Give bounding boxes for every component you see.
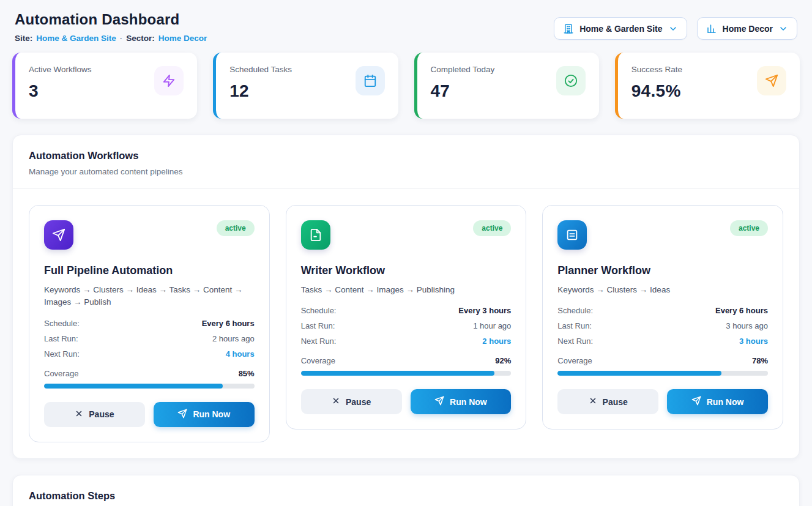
coverage-progress-bar bbox=[557, 371, 768, 376]
stat-label: Scheduled Tasks bbox=[229, 65, 292, 74]
stat-value: 47 bbox=[431, 81, 495, 101]
bar-chart-icon bbox=[706, 23, 717, 34]
header-left: Automation Dashboard Site: Home & Garden… bbox=[15, 11, 207, 43]
workflow-actions: Pause Run Now bbox=[557, 389, 768, 414]
sector-label: Sector: bbox=[126, 34, 155, 43]
stat-label: Active Workflows bbox=[29, 65, 92, 74]
lightning-icon bbox=[154, 66, 184, 95]
workflow-actions: Pause Run Now bbox=[44, 402, 255, 427]
coverage-label: Coverage bbox=[557, 356, 592, 365]
next-run-value: 2 hours bbox=[482, 337, 511, 346]
pause-button[interactable]: Pause bbox=[301, 389, 402, 414]
workflow-card-top: active bbox=[557, 220, 768, 250]
site-dropdown[interactable]: Home & Garden Site bbox=[554, 17, 687, 40]
steps-section: Automation Steps Configure which steps a… bbox=[12, 475, 800, 506]
coverage-progress-bar bbox=[44, 384, 255, 389]
stat-card-success-rate: Success Rate 94.5% bbox=[615, 53, 800, 119]
automation-dashboard-page: Automation Dashboard Site: Home & Garden… bbox=[0, 0, 812, 506]
next-run-row: Next Run: 2 hours bbox=[301, 337, 512, 346]
run-now-button-label: Run Now bbox=[193, 409, 230, 419]
coverage-progress-fill bbox=[301, 371, 494, 376]
pause-button[interactable]: Pause bbox=[44, 402, 145, 427]
coverage-row: Coverage 92% bbox=[301, 356, 512, 365]
schedule-row: Schedule: Every 3 hours bbox=[301, 306, 512, 315]
pause-button[interactable]: Pause bbox=[557, 389, 658, 414]
next-run-label: Next Run: bbox=[557, 337, 593, 346]
next-run-value: 4 hours bbox=[226, 349, 255, 359]
last-run-label: Last Run: bbox=[44, 334, 78, 343]
next-run-label: Next Run: bbox=[301, 337, 337, 346]
chevron-down-icon bbox=[668, 24, 678, 34]
last-run-value: 2 hours ago bbox=[212, 334, 255, 343]
stat-value: 12 bbox=[229, 81, 292, 101]
schedule-label: Schedule: bbox=[44, 319, 80, 328]
workflows-section-header: Automation Workflows Manage your automat… bbox=[13, 135, 799, 189]
next-run-label: Next Run: bbox=[44, 349, 80, 359]
schedule-value: Every 6 hours bbox=[715, 306, 768, 315]
steps-section-header: Automation Steps Configure which steps a… bbox=[13, 475, 799, 506]
schedule-value: Every 6 hours bbox=[202, 319, 255, 328]
workflow-title: Writer Workflow bbox=[301, 264, 512, 277]
workflow-card-top: active bbox=[44, 220, 255, 250]
schedule-value: Every 3 hours bbox=[458, 306, 511, 315]
stat-label: Completed Today bbox=[431, 65, 495, 74]
last-run-value: 1 hour ago bbox=[473, 321, 511, 330]
pause-button-label: Pause bbox=[346, 397, 371, 407]
workflow-cards-grid: active Full Pipeline Automation Keywords… bbox=[13, 189, 799, 458]
pause-button-label: Pause bbox=[89, 409, 114, 419]
run-now-button[interactable]: Run Now bbox=[411, 389, 512, 414]
calendar-icon bbox=[356, 66, 385, 95]
site-link[interactable]: Home & Garden Site bbox=[36, 34, 116, 43]
check-circle-icon bbox=[556, 66, 586, 95]
stat-card-completed-today: Completed Today 47 bbox=[414, 53, 599, 119]
stats-row: Active Workflows 3 Scheduled Tasks 12 Co… bbox=[12, 53, 800, 119]
pause-button-label: Pause bbox=[603, 397, 628, 407]
stat-value: 3 bbox=[29, 81, 92, 101]
send-icon bbox=[757, 66, 786, 95]
stat-text: Completed Today 47 bbox=[431, 65, 495, 101]
send-icon bbox=[177, 409, 187, 420]
site-label: Site: bbox=[15, 34, 32, 43]
document-icon bbox=[301, 220, 330, 250]
workflow-meta: Schedule: Every 6 hours Last Run: 3 hour… bbox=[557, 306, 768, 346]
workflow-title: Full Pipeline Automation bbox=[44, 264, 255, 277]
coverage-label: Coverage bbox=[44, 369, 78, 378]
workflow-actions: Pause Run Now bbox=[301, 389, 512, 414]
workflow-card-planner: active Planner Workflow Keywords → Clust… bbox=[542, 205, 783, 430]
workflow-meta: Schedule: Every 6 hours Last Run: 2 hour… bbox=[44, 319, 255, 359]
page-header: Automation Dashboard Site: Home & Garden… bbox=[12, 11, 800, 43]
last-run-label: Last Run: bbox=[301, 321, 335, 330]
last-run-label: Last Run: bbox=[557, 321, 592, 330]
coverage-progress-fill bbox=[44, 384, 223, 389]
sector-link[interactable]: Home Decor bbox=[158, 34, 207, 43]
workflow-card-writer: active Writer Workflow Tasks → Content →… bbox=[286, 205, 527, 430]
stat-text: Active Workflows 3 bbox=[29, 65, 92, 101]
status-badge: active bbox=[217, 220, 255, 236]
close-icon bbox=[332, 396, 340, 407]
page-title: Automation Dashboard bbox=[15, 11, 207, 28]
separator-dot: · bbox=[120, 34, 123, 43]
next-run-row: Next Run: 3 hours bbox=[557, 337, 768, 346]
workflow-card-top: active bbox=[301, 220, 512, 250]
stat-card-scheduled-tasks: Scheduled Tasks 12 bbox=[213, 53, 398, 119]
run-now-button-label: Run Now bbox=[707, 397, 744, 407]
coverage-row: Coverage 85% bbox=[44, 369, 255, 378]
schedule-row: Schedule: Every 6 hours bbox=[44, 319, 255, 328]
last-run-value: 3 hours ago bbox=[726, 321, 768, 330]
list-icon bbox=[557, 220, 587, 250]
last-run-row: Last Run: 3 hours ago bbox=[557, 321, 768, 330]
sector-dropdown[interactable]: Home Decor bbox=[697, 17, 797, 40]
run-now-button[interactable]: Run Now bbox=[154, 402, 255, 427]
workflows-section: Automation Workflows Manage your automat… bbox=[12, 135, 800, 459]
stat-text: Success Rate 94.5% bbox=[631, 65, 682, 101]
section-title: Automation Steps bbox=[29, 490, 783, 502]
stat-label: Success Rate bbox=[631, 65, 682, 74]
send-icon bbox=[434, 396, 444, 407]
coverage-value: 92% bbox=[495, 356, 511, 365]
workflow-pipeline: Tasks → Content → Images → Publishing bbox=[301, 284, 512, 296]
run-now-button-label: Run Now bbox=[450, 397, 487, 407]
workflow-pipeline: Keywords → Clusters → Ideas bbox=[557, 284, 768, 296]
section-title: Automation Workflows bbox=[29, 150, 783, 162]
workflow-title: Planner Workflow bbox=[557, 264, 768, 277]
run-now-button[interactable]: Run Now bbox=[667, 389, 768, 414]
